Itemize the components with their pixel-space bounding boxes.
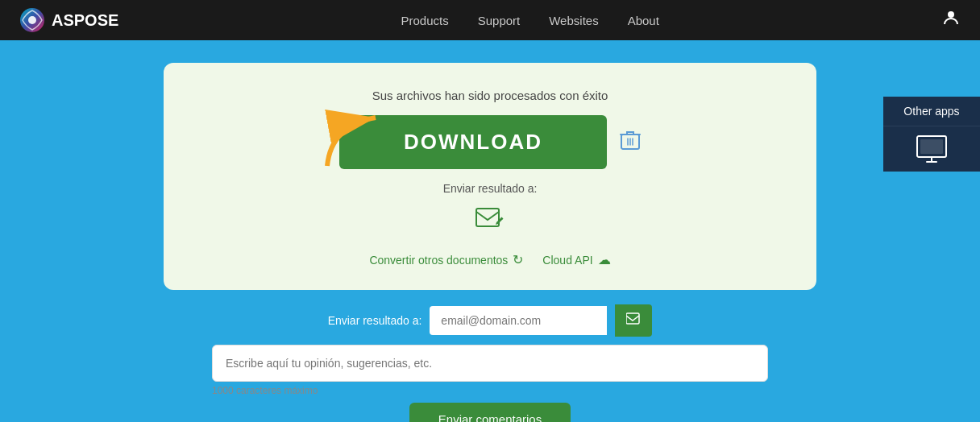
aspose-logo xyxy=(19,7,45,33)
svg-rect-5 xyxy=(476,209,499,226)
user-icon[interactable] xyxy=(941,8,961,32)
brand-name: ASPOSE xyxy=(52,11,118,30)
send-result-label: Enviar resultado a: xyxy=(443,182,538,195)
nav-about[interactable]: About xyxy=(628,14,659,27)
convert-others-label: Convertir otros documentos xyxy=(369,254,508,267)
result-card: Sus archivos han sido procesados con éxi… xyxy=(164,63,816,290)
svg-point-2 xyxy=(948,11,954,18)
main-content: Sus archivos han sido procesados con éxi… xyxy=(0,40,980,422)
email-input[interactable] xyxy=(430,306,607,335)
nav-websites[interactable]: Websites xyxy=(549,14,598,27)
svg-rect-6 xyxy=(626,313,639,324)
cloud-api-label: Cloud API xyxy=(542,254,592,267)
nav-links: Products Support Websites About xyxy=(401,14,658,27)
navbar: ASPOSE Products Support Websites About xyxy=(0,0,980,40)
email-send-button[interactable] xyxy=(615,304,652,337)
trash-icon[interactable] xyxy=(620,129,641,156)
feedback-input[interactable] xyxy=(212,345,768,382)
svg-rect-8 xyxy=(920,139,943,154)
card-links: Convertir otros documentos ↻ Cloud API ☁ xyxy=(369,252,610,267)
monitor-icon[interactable] xyxy=(883,126,980,172)
email-section: Enviar resultado a: xyxy=(328,304,653,337)
email-section-label: Enviar resultado a: xyxy=(328,314,422,327)
nav-support[interactable]: Support xyxy=(478,14,521,27)
feedback-section: 1000 caracteres máximo Enviar comentario… xyxy=(0,337,980,422)
download-row: DOWNLOAD xyxy=(339,115,641,169)
cloud-api-link[interactable]: Cloud API ☁ xyxy=(542,252,610,267)
download-button[interactable]: DOWNLOAD xyxy=(339,115,607,169)
email-compose-icon[interactable] xyxy=(475,208,505,236)
cloud-icon: ☁ xyxy=(598,252,611,267)
svg-point-1 xyxy=(28,16,36,24)
char-limit-label: 1000 caracteres máximo xyxy=(212,385,318,396)
success-message: Sus archivos han sido procesados con éxi… xyxy=(372,89,608,102)
other-apps-label[interactable]: Other apps xyxy=(883,97,980,126)
convert-others-link[interactable]: Convertir otros documentos ↻ xyxy=(369,252,523,267)
submit-feedback-button[interactable]: Enviar comentarios xyxy=(409,403,571,422)
refresh-icon: ↻ xyxy=(513,252,523,267)
other-apps-panel: Other apps xyxy=(883,97,980,172)
nav-products[interactable]: Products xyxy=(401,14,448,27)
brand: ASPOSE xyxy=(19,7,118,33)
